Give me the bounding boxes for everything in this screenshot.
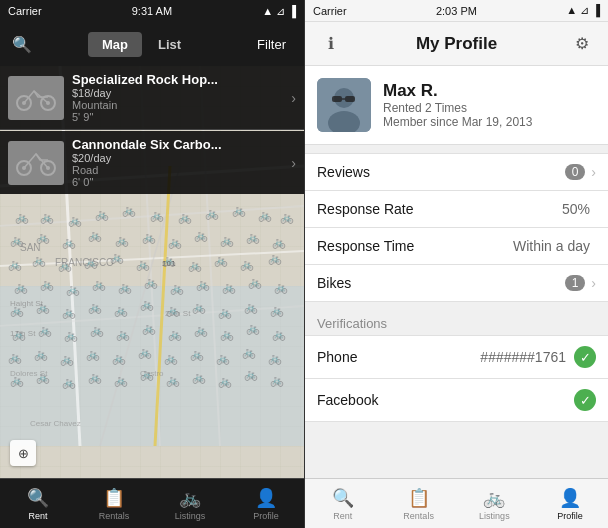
bike-marker: 🚲	[140, 298, 154, 311]
map-list-tabs: Map List	[88, 32, 195, 57]
bike-marker: 🚲	[92, 278, 106, 291]
reviews-row[interactable]: Reviews 0 ›	[305, 153, 608, 190]
compass-button[interactable]: ⊕	[10, 440, 36, 466]
bike-marker: 🚲	[84, 256, 98, 269]
bike-marker: 🚲	[162, 254, 176, 267]
bike-marker: 🚲	[248, 276, 262, 289]
tab-rent[interactable]: 🔍 Rent	[0, 479, 76, 528]
facebook-verified-icon: ✓	[574, 389, 596, 411]
bike-marker: 🚲	[194, 229, 208, 242]
avatar	[317, 78, 371, 132]
left-carrier: Carrier	[8, 5, 42, 17]
bike-marker: 🚲	[140, 368, 154, 381]
bike-marker: 🚲	[268, 352, 282, 365]
bike-marker: 🚲	[10, 304, 24, 317]
right-carrier: Carrier	[313, 5, 347, 17]
bike-marker: 🚲	[14, 281, 28, 294]
bike-marker: 🚲	[122, 204, 136, 217]
listing-item-0[interactable]: Specialized Rock Hop... $18/day Mountain…	[0, 66, 304, 130]
profile-icon: 👤	[255, 487, 277, 509]
bike-marker: 🚲	[114, 374, 128, 387]
listing-item-1[interactable]: Cannondale Six Carbo... $20/day Road 6' …	[0, 131, 304, 194]
bike-marker: 🚲	[220, 234, 234, 247]
bike-marker: 🚲	[218, 375, 232, 388]
tab-rentals[interactable]: 📋 Rentals	[76, 479, 152, 528]
profile-header: Max R. Rented 2 Times Member since Mar 1…	[305, 66, 608, 145]
bike-marker: 🚲	[150, 209, 164, 222]
listing-info-1: Cannondale Six Carbo... $20/day Road 6' …	[72, 137, 287, 188]
svg-point-22	[46, 101, 50, 105]
right-tab-bar: 🔍 Rent 📋 Rentals 🚲 Listings 👤 Profile	[305, 478, 608, 528]
svg-point-21	[22, 101, 26, 105]
phone-value: #######1761	[480, 349, 566, 365]
bike-marker: 🚲	[240, 258, 254, 271]
gear-icon: ⚙	[575, 34, 589, 53]
right-tab-rent[interactable]: 🔍 Rent	[305, 479, 381, 528]
bike-marker: 🚲	[244, 368, 258, 381]
listing-chevron-1: ›	[291, 155, 296, 171]
listing-type-1: Road	[72, 164, 287, 176]
bikes-row[interactable]: Bikes 1 ›	[305, 264, 608, 302]
response-time-value: Within a day	[513, 238, 590, 254]
filter-button[interactable]: Filter	[247, 32, 296, 57]
listing-chevron-0: ›	[291, 90, 296, 106]
profile-member: Member since Mar 19, 2013	[383, 115, 532, 129]
right-tab-rentals[interactable]: 📋 Rentals	[381, 479, 457, 528]
bike-marker: 🚲	[8, 351, 22, 364]
bike-marker: 🚲	[118, 281, 132, 294]
tab-profile[interactable]: 👤 Profile	[228, 479, 304, 528]
bike-marker: 🚲	[10, 374, 24, 387]
bike-marker: 🚲	[68, 214, 82, 227]
bike-marker: 🚲	[8, 258, 22, 271]
listing-size-0: 5' 9"	[72, 111, 287, 123]
left-tab-bar: 🔍 Rent 📋 Rentals 🚲 Listings 👤 Profile	[0, 478, 304, 528]
response-rate-value: 50%	[562, 201, 590, 217]
bike-marker: 🚲	[38, 324, 52, 337]
listing-size-1: 6' 0"	[72, 176, 287, 188]
bike-marker: 🚲	[244, 301, 258, 314]
bike-marker: 🚲	[138, 346, 152, 359]
bike-marker: 🚲	[58, 259, 72, 272]
response-time-label: Response Time	[317, 238, 513, 254]
tab-listings[interactable]: 🚲 Listings	[152, 479, 228, 528]
listing-image-0	[8, 76, 64, 120]
bike-marker: 🚲	[194, 324, 208, 337]
svg-rect-30	[332, 96, 342, 102]
response-time-row: Response Time Within a day	[305, 227, 608, 264]
tab-map[interactable]: Map	[88, 32, 142, 57]
bike-marker: 🚲	[232, 204, 246, 217]
rentals-icon: 📋	[103, 487, 125, 509]
bike-marker: 🚲	[116, 328, 130, 341]
bike-marker: 🚲	[168, 236, 182, 249]
bike-marker: 🚲	[62, 306, 76, 319]
search-button[interactable]: 🔍	[8, 30, 36, 58]
bike-marker: 🚲	[205, 207, 219, 220]
bike-marker: 🚲	[270, 304, 284, 317]
map-area[interactable]: SAN FRANCISCO 101 Haight St 17th St 20th…	[0, 66, 304, 478]
facebook-label: Facebook	[317, 392, 566, 408]
right-rent-icon: 🔍	[332, 487, 354, 509]
right-tab-profile[interactable]: 👤 Profile	[532, 479, 608, 528]
bike-marker: 🚲	[216, 352, 230, 365]
bike-marker: 🚲	[60, 353, 74, 366]
right-tab-listings[interactable]: 🚲 Listings	[457, 479, 533, 528]
reviews-badge: 0	[565, 164, 586, 180]
svg-point-26	[46, 166, 50, 170]
right-status-icons: ▲ ⊿ ▐	[566, 4, 600, 17]
svg-rect-31	[345, 96, 355, 102]
left-time: 9:31 AM	[132, 5, 172, 17]
bike-marker: 🚲	[218, 306, 232, 319]
right-time: 2:03 PM	[436, 5, 477, 17]
bike-marker: 🚲	[115, 234, 129, 247]
bike-marker: 🚲	[40, 211, 54, 224]
bike-marker: 🚲	[274, 281, 288, 294]
gear-button[interactable]: ⚙	[568, 30, 596, 58]
bike-marker: 🚲	[258, 209, 272, 222]
tab-list[interactable]: List	[144, 32, 195, 57]
bike-marker: 🚲	[86, 348, 100, 361]
listing-info-0: Specialized Rock Hop... $18/day Mountain…	[72, 72, 287, 123]
bike-marker: 🚲	[196, 278, 210, 291]
info-button[interactable]: ℹ	[317, 30, 345, 58]
bike-marker: 🚲	[142, 322, 156, 335]
bike-marker: 🚲	[114, 304, 128, 317]
